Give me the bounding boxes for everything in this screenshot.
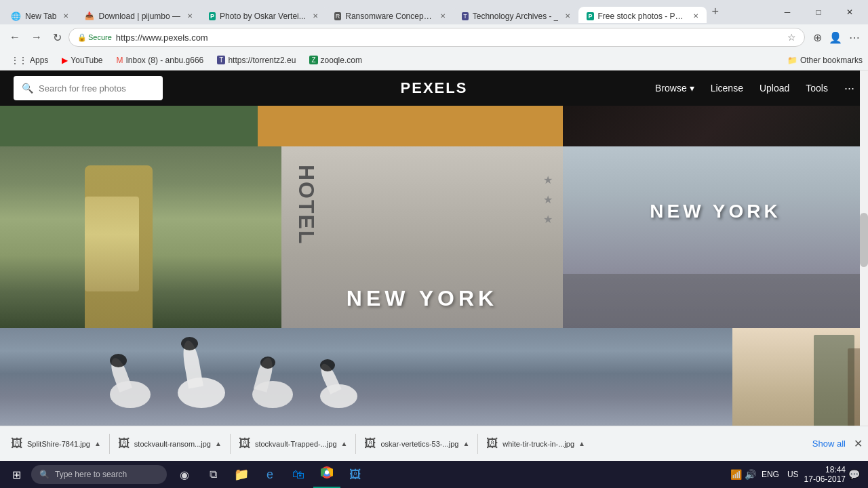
tab-ransomware[interactable]: R Ransomware Concept ... ✕	[326, 7, 454, 23]
nav-upload[interactable]: Upload	[760, 83, 789, 94]
downloads-close-button[interactable]: ✕	[854, 437, 863, 450]
volume-icon[interactable]: 🔊	[745, 469, 756, 480]
tab-favicon-oskar: P	[209, 12, 216, 20]
star-1: ★	[543, 174, 553, 186]
download-chevron-3[interactable]: ▲	[341, 440, 348, 447]
tab-oskar[interactable]: P Photo by Oskar Vertei... ✕	[201, 7, 326, 23]
secure-badge: 🔒 Secure	[77, 33, 112, 42]
download-item-5[interactable]: 🖼 white-tir-truck-in-...jpg ▲	[481, 434, 591, 453]
profile-button[interactable]: 👤	[826, 28, 845, 47]
forward-button[interactable]: →	[27, 28, 46, 46]
back-button[interactable]: ←	[5, 28, 24, 46]
tab-title-pijumbo: Download | pijumbo —	[98, 12, 180, 21]
taskbar: ⊞ 🔍 Type here to search ◉ ⧉ 📁 e 🛍	[0, 461, 868, 488]
download-chevron-2[interactable]: ▲	[215, 440, 222, 447]
task-view-icon: ⧉	[210, 468, 217, 481]
photo-dark[interactable]	[563, 106, 868, 146]
search-icon: 🔍	[22, 83, 33, 94]
windows-logo-icon: ⊞	[12, 468, 21, 481]
extensions-button[interactable]: ⊕	[810, 28, 825, 47]
tray-date-value: 17-06-2017	[804, 474, 846, 484]
network-icon[interactable]: 📶	[730, 469, 742, 480]
taskbar-app-icons: ◉ ⧉ 📁 e 🛍	[171, 461, 369, 488]
tab-close-pexels[interactable]: ✕	[693, 12, 698, 20]
zooqle-label: zooqle.com	[321, 56, 362, 65]
nav-browse[interactable]: Browse ▾	[655, 83, 694, 94]
refresh-button[interactable]: ↻	[49, 28, 66, 47]
address-bar[interactable]: 🔒 Secure https://www.pexels.com ☆	[68, 28, 805, 47]
minimize-button[interactable]: ─	[772, 0, 803, 24]
newyork-text-1: NEW YORK	[347, 286, 498, 311]
photo-nature[interactable]	[0, 106, 258, 146]
system-tray: 📶 🔊 ENG US 18:44 17-06-2017 💬	[730, 465, 865, 484]
maximize-button[interactable]: □	[803, 0, 834, 24]
more-menu-button[interactable]: ···	[844, 81, 854, 96]
show-all-button[interactable]: Show all	[807, 436, 851, 451]
photo-woman-boxing[interactable]	[0, 146, 281, 328]
tab-close-tech[interactable]: ✕	[565, 12, 570, 20]
photo-row-top	[0, 106, 868, 146]
tab-close-pijumbo[interactable]: ✕	[187, 12, 193, 20]
photo-ny-parking[interactable]: NEW YORK	[563, 146, 868, 328]
photo-row-bottom	[0, 328, 868, 426]
other-bookmarks-label: Other bookmarks	[800, 56, 863, 65]
taskbar-store[interactable]: 🛍	[285, 461, 312, 488]
taskbar-search-box[interactable]: 🔍 Type here to search	[31, 465, 167, 484]
taskbar-task-view[interactable]: ⧉	[199, 461, 226, 488]
taskbar-edge[interactable]: e	[256, 461, 283, 488]
download-filename-4: oskar-vertetics-53-...jpg	[380, 440, 458, 448]
photo-building[interactable]	[732, 328, 868, 426]
scrollbar[interactable]	[860, 70, 868, 426]
bookmark-torrentz[interactable]: T https://torrentz2.eu	[212, 54, 301, 66]
download-item-1[interactable]: 🖼 SplitShire-7841.jpg ▲	[5, 434, 106, 453]
start-button[interactable]: ⊞	[3, 461, 30, 488]
other-bookmarks[interactable]: 📁 Other bookmarks	[787, 56, 863, 65]
tab-close-oskar[interactable]: ✕	[313, 12, 318, 20]
torrentz-label: https://torrentz2.eu	[228, 56, 296, 65]
taskbar-chrome[interactable]	[313, 461, 340, 488]
new-tab-button[interactable]: +	[707, 2, 725, 22]
taskbar-photos[interactable]: 🖼	[342, 461, 369, 488]
tab-close-ransomware[interactable]: ✕	[440, 12, 446, 20]
tab-technology[interactable]: T Technology Archives - _ ✕	[454, 7, 578, 23]
tray-datetime[interactable]: 18:44 17-06-2017	[804, 465, 846, 484]
download-item-3[interactable]: 🖼 stockvault-Trapped-...jpg ▲	[233, 434, 353, 453]
page-content: 🔍 PEXELS Browse ▾ License Upload Tools ·…	[0, 70, 868, 426]
action-center-icon[interactable]: 💬	[848, 469, 860, 480]
download-chevron-4[interactable]: ▲	[462, 440, 469, 447]
tab-title-oskar: Photo by Oskar Vertei...	[220, 12, 306, 21]
photo-hotel-newyork[interactable]: HOTEL ★ ★ ★ NEW YORK	[281, 146, 563, 328]
torrentz-icon: T	[217, 56, 225, 64]
taskbar-cortana[interactable]: ◉	[171, 461, 198, 488]
tab-favicon-pijumbo: 📥	[85, 12, 94, 20]
bookmark-apps[interactable]: ⋮⋮ Apps	[5, 54, 54, 66]
search-input[interactable]	[39, 83, 155, 94]
divider-2	[230, 434, 231, 454]
tab-title-ransomware: Ransomware Concept ...	[345, 12, 433, 21]
photo-roof[interactable]	[258, 106, 563, 146]
download-chevron-5[interactable]: ▲	[578, 440, 585, 447]
tab-new[interactable]: 🌐 New Tab ✕	[3, 7, 77, 23]
bookmark-star-icon[interactable]: ☆	[787, 32, 796, 43]
search-box[interactable]: 🔍	[14, 76, 163, 100]
bookmark-inbox[interactable]: M Inbox (8) - anbu.g666	[111, 54, 210, 66]
download-item-4[interactable]: 🖼 oskar-vertetics-53-...jpg ▲	[359, 434, 475, 453]
apps-grid-icon: ⋮⋮	[11, 56, 27, 65]
scrollbar-thumb[interactable]	[860, 213, 868, 267]
tab-pexels-active[interactable]: P Free stock photos - Pe... ✕	[578, 7, 706, 23]
apps-label: Apps	[30, 56, 48, 65]
close-button[interactable]: ✕	[834, 0, 865, 24]
chrome-icon	[321, 466, 333, 482]
nav-license[interactable]: License	[711, 83, 743, 94]
tab-close-new[interactable]: ✕	[63, 12, 68, 20]
tab-pijumbo[interactable]: 📥 Download | pijumbo — ✕	[77, 7, 201, 23]
download-item-2[interactable]: 🖼 stockvault-ransom...jpg ▲	[113, 434, 227, 453]
bookmark-youtube[interactable]: ▶ YouTube	[56, 54, 108, 66]
nav-tools[interactable]: Tools	[806, 83, 828, 94]
store-icon: 🛍	[292, 468, 304, 482]
photo-swans[interactable]	[0, 328, 732, 426]
download-chevron-1[interactable]: ▲	[94, 440, 101, 447]
settings-button[interactable]: ⋯	[846, 28, 863, 47]
taskbar-file-explorer[interactable]: 📁	[228, 461, 255, 488]
bookmark-zooqle[interactable]: Z zooqle.com	[304, 54, 367, 66]
